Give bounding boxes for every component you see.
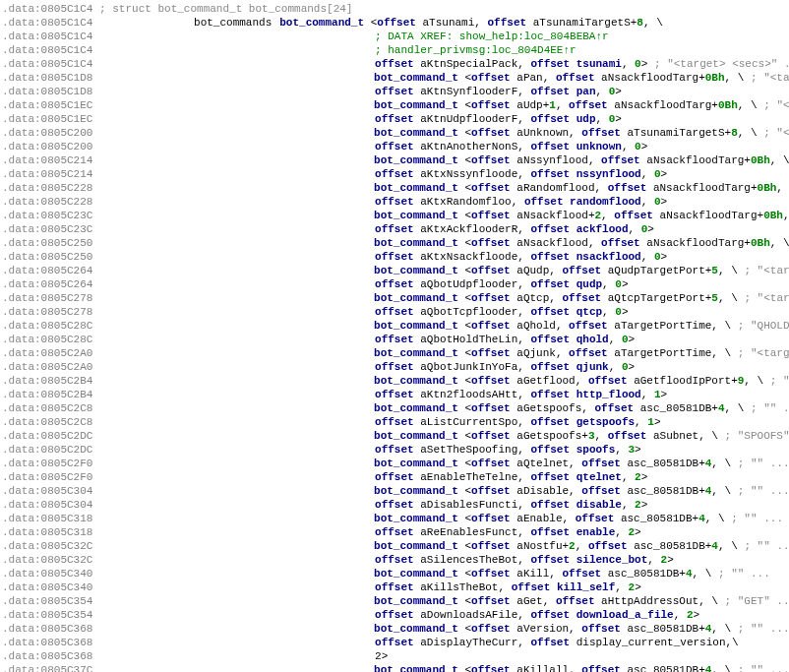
segment-label: .data: — [2, 58, 41, 70]
address: 0805C23C — [41, 210, 93, 221]
segment-label: .data: — [2, 320, 41, 332]
code-text: offset aKillsTheBot, offset kill_self, 2… — [375, 581, 641, 593]
code-text: offset aKtxAckflooderR, offset ackflood,… — [375, 223, 654, 235]
code-text: bot_command_t <offset aNostfu+2, offset … — [374, 540, 738, 552]
segment-label: .data: — [2, 526, 41, 538]
line-comment: ; "GET" ... — [725, 595, 789, 607]
code-text: bot_command_t <offset aKill, offset asc_… — [374, 568, 711, 580]
line-comment: ; "<target> <port> <secs>" — [751, 72, 789, 84]
code-text: offset aKtnUdpflooderF, offset udp, 0> — [375, 113, 622, 125]
code-text: offset aDownloadsAFile, offset download_… — [375, 609, 699, 621]
segment-label: .data: — [2, 444, 41, 456]
address: 0805C304 — [41, 499, 93, 511]
line-comment: ; "" ... — [738, 623, 789, 635]
code-line: .data:0805C2F0 bot_command_t <offset aQt… — [2, 457, 787, 470]
address: 0805C318 — [41, 526, 93, 538]
segment-label: .data: — [2, 375, 41, 387]
code-text: bot_command_t <offset aGetspoofs, offset… — [374, 402, 744, 414]
code-text: offset aKtnSpecialPack, offset tsunami, … — [375, 58, 647, 70]
segment-label: .data: — [2, 127, 41, 139]
line-comment: ; "" ... — [731, 513, 783, 524]
address: 0805C2C8 — [41, 416, 93, 428]
code-text: bot_command_t <offset aGetflood, offset … — [374, 375, 763, 387]
code-line: .data:0805C1C4 ; struct bot_command_t bo… — [2, 2, 787, 16]
code-line: .data:0805C200 bot_command_t <offset aUn… — [2, 126, 787, 140]
segment-label: .data: — [2, 513, 41, 524]
address: 0805C278 — [41, 292, 93, 304]
address: 0805C278 — [41, 306, 93, 318]
address: 0805C1C4 — [41, 44, 93, 56]
code-text: offset aListCurrentSpo, offset getspoofs… — [375, 416, 661, 428]
code-text: offset aQbotJunkInYoFa, offset qjunk, 0> — [375, 361, 635, 373]
xref-comment: ; handler_privmsg:loc_804D4EE↑r — [375, 44, 577, 56]
address: 0805C368 — [41, 623, 93, 635]
segment-label: .data: — [2, 581, 41, 593]
code-line: .data:0805C32C offset aSilencesTheBot, o… — [2, 553, 787, 567]
code-text: offset aDisplayTheCurr, offset display_c… — [375, 637, 739, 648]
address: 0805C2F0 — [41, 458, 93, 469]
address: 0805C264 — [41, 265, 93, 276]
address: 0805C2DC — [41, 430, 93, 442]
segment-label: .data: — [2, 595, 41, 607]
symbol-name: bot_commands — [194, 17, 272, 29]
line-comment: ; "" ... — [751, 402, 789, 414]
code-line: .data:0805C304 offset aDisablesFuncti, o… — [2, 498, 787, 512]
code-text: offset aSetTheSpoofing, offset spoofs, 3… — [375, 444, 641, 456]
code-line: .data:0805C354 offset aDownloadsAFile, o… — [2, 608, 787, 622]
segment-label: .data: — [2, 210, 41, 221]
line-comment: ; "<target> <port> <time> < — [744, 265, 789, 276]
line-comment: ; "" ... — [738, 458, 789, 469]
code-text: bot_command_t <offset aQjunk, offset aTa… — [374, 347, 731, 359]
code-text: bot_command_t <offset aGet, offset aHttp… — [374, 595, 718, 607]
code-line: .data:0805C340 bot_command_t <offset aKi… — [2, 567, 787, 580]
code-text: bot_command_t <offset aNsackflood+2, off… — [374, 210, 789, 221]
address: 0805C28C — [41, 334, 93, 345]
segment-label: .data: — [2, 568, 41, 580]
code-line: .data:0805C250 bot_command_t <offset aNs… — [2, 236, 787, 250]
code-text: bot_command_t <offset aEnable, offset as… — [374, 513, 725, 524]
code-line: .data:0805C37C bot_command_t <offset aKi… — [2, 663, 787, 672]
code-line: .data:0805C1C4 ; handler_privmsg:loc_804… — [2, 43, 787, 57]
segment-label: .data: — [2, 168, 41, 180]
code-line: .data:0805C1C4 offset aKtnSpecialPack, o… — [2, 57, 787, 71]
code-text: bot_command_t <offset aNssynflood, offse… — [374, 154, 789, 166]
segment-label: .data: — [2, 471, 41, 483]
code-line: .data:0805C2B4 bot_command_t <offset aGe… — [2, 374, 787, 388]
address: 0805C340 — [41, 581, 93, 593]
address: 0805C264 — [41, 278, 93, 290]
address: 0805C32C — [41, 554, 93, 566]
address: 0805C1C4 — [41, 17, 93, 29]
address: 0805C1D8 — [41, 86, 93, 97]
segment-label: .data: — [2, 430, 41, 442]
code-line: .data:0805C2C8 offset aListCurrentSpo, o… — [2, 415, 787, 429]
code-line: .data:0805C264 offset aQbotUdpflooder, o… — [2, 277, 787, 291]
code-line: .data:0805C2F0 offset aEnableTheTelne, o… — [2, 470, 787, 484]
segment-label: .data: — [2, 17, 41, 29]
address: 0805C28C — [41, 320, 93, 332]
code-line: .data:0805C2B4 offset aKtn2floodsAHtt, o… — [2, 388, 787, 401]
code-line: .data:0805C340 offset aKillsTheBot, offs… — [2, 580, 787, 594]
address: 0805C2B4 — [41, 375, 93, 387]
code-text: offset aKtxRandomfloo, offset randomfloo… — [375, 196, 667, 208]
code-line: .data:0805C368 offset aDisplayTheCurr, o… — [2, 636, 787, 649]
segment-label: .data: — [2, 402, 41, 414]
code-line: .data:0805C214 bot_command_t <offset aNs… — [2, 153, 787, 167]
line-comment: ; "<target> <port> <time> < — [744, 292, 789, 304]
code-text: offset aKtn2floodsAHtt, offset http_floo… — [375, 389, 667, 400]
code-line: .data:0805C28C bot_command_t <offset aQh… — [2, 319, 787, 333]
code-line: .data:0805C1EC bot_command_t <offset aUd… — [2, 98, 787, 112]
code-line: .data:0805C2A0 bot_command_t <offset aQj… — [2, 346, 787, 360]
segment-label: .data: — [2, 154, 41, 166]
address: 0805C23C — [41, 223, 93, 235]
code-text: bot_command_t <offset aTsunami, offset a… — [279, 17, 663, 29]
segment-label: .data: — [2, 609, 41, 621]
address: 0805C1C4 — [41, 58, 93, 70]
code-text: bot_command_t <offset aRandomflood, offs… — [374, 182, 789, 194]
address: 0805C250 — [41, 251, 93, 263]
code-text: offset aKtxNsackfloode, offset nsackfloo… — [375, 251, 667, 263]
code-line: .data:0805C2C8 bot_command_t <offset aGe… — [2, 401, 787, 415]
code-line: .data:0805C200 offset aKtnAnotherNonS, o… — [2, 140, 787, 153]
segment-label: .data: — [2, 389, 41, 400]
code-text: bot_command_t <offset aNsackflood, offse… — [374, 237, 789, 249]
segment-label: .data: — [2, 196, 41, 208]
